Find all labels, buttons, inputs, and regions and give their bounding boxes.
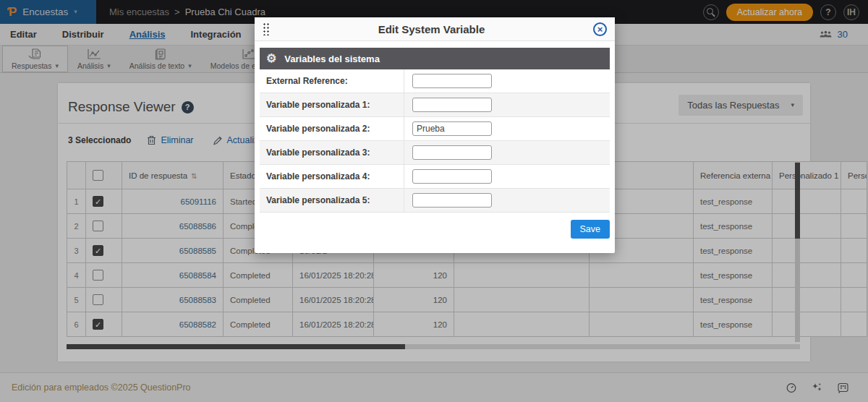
form-row: Variable personalizada 3: [260,141,610,165]
modal-body: ⚙ Variables del sistema External Referen… [255,41,615,253]
save-button[interactable]: Save [571,220,610,239]
edit-system-variable-modal: Edit System Variable × ⚙ Variables del s… [255,17,615,253]
custom-variable-3-input[interactable] [412,145,492,160]
form-row: Variable personalizada 2: [260,117,610,141]
field-label: Variable personalizada 2: [260,117,404,140]
field-label: Variable personalizada 3: [260,141,404,164]
drag-handle-icon[interactable] [263,22,270,35]
close-icon[interactable]: × [593,22,607,36]
external-reference-input[interactable] [412,74,492,88]
field-label: Variable personalizada 1: [260,93,404,116]
modal-title: Edit System Variable [270,23,593,35]
form-row: External Reference: [260,69,610,93]
app-window: Ƥ Encuestas ▾ Mis encuestas>Prueba Chi C… [0,0,868,402]
field-label: Variable personalizada 4: [260,165,404,188]
system-variables-section-header: ⚙ Variables del sistema [260,48,610,69]
form-row: Variable personalizada 1: [260,93,610,117]
system-variables-icon: ⚙ [266,53,276,64]
custom-variable-1-input[interactable] [412,98,492,112]
custom-variable-4-input[interactable] [412,169,492,184]
field-label: Variable personalizada 5: [260,189,404,212]
modal-titlebar: Edit System Variable × [255,17,615,41]
custom-variable-5-input[interactable] [412,193,492,208]
custom-variable-2-input[interactable] [412,121,492,136]
form-row: Variable personalizada 4: [260,165,610,189]
form-row: Variable personalizada 5: [260,189,610,213]
field-label: External Reference: [260,69,404,93]
